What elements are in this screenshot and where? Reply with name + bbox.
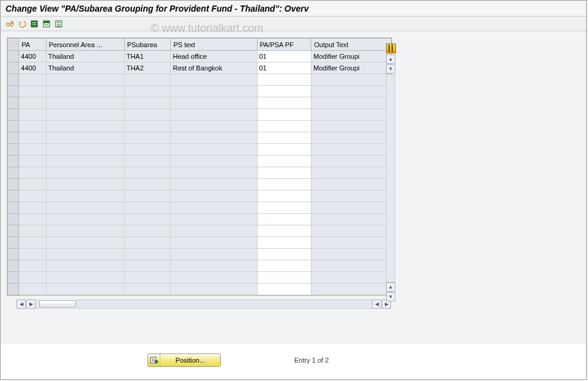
position-button[interactable]: Position... (147, 353, 221, 367)
cell-papsa[interactable] (257, 121, 311, 132)
cell-papsa[interactable] (257, 237, 311, 249)
row-selector-cell[interactable] (8, 86, 19, 97)
column-header-output-text[interactable]: Output Text (311, 39, 392, 51)
cell-papsa[interactable] (257, 86, 311, 97)
cell-pa (19, 214, 46, 225)
row-selector-cell[interactable] (8, 97, 19, 109)
column-header-psubarea[interactable]: PSubarea (124, 39, 171, 51)
row-selector-cell[interactable] (8, 237, 19, 249)
cell-papsa[interactable] (257, 74, 311, 86)
vscroll-first-button[interactable]: ▲ (386, 55, 395, 64)
cell-output (311, 74, 392, 86)
svg-point-0 (7, 23, 10, 26)
row-selector-cell[interactable] (8, 249, 19, 260)
cell-pstext (171, 121, 257, 132)
cell-patext (46, 74, 124, 86)
row-selector-cell[interactable] (8, 190, 19, 202)
table-settings-button[interactable] (386, 43, 396, 53)
svg-rect-13 (57, 26, 61, 26)
row-selector-cell[interactable] (8, 62, 19, 74)
cell-psubarea (124, 202, 171, 214)
position-button-label: Position... (160, 356, 220, 364)
row-selector-cell[interactable] (8, 156, 19, 167)
cell-pstext (171, 144, 257, 156)
select-all-button[interactable] (29, 18, 40, 29)
cell-patext (46, 225, 124, 237)
row-selector-cell[interactable] (8, 272, 19, 284)
cell-papsa[interactable] (257, 97, 311, 109)
hscroll-left-button[interactable]: ▶ (26, 300, 35, 309)
cell-papsa[interactable] (257, 284, 311, 295)
cell-papsa[interactable] (257, 179, 311, 190)
cell-papsa[interactable] (257, 202, 311, 214)
row-selector-cell[interactable] (8, 202, 19, 214)
entry-counter: Entry 1 of 2 (294, 356, 329, 364)
cell-patext (46, 156, 124, 167)
cell-pa (19, 144, 46, 156)
cell-papsa[interactable] (257, 109, 311, 121)
row-selector-cell[interactable] (8, 179, 19, 190)
cell-pstext (171, 132, 257, 144)
cell-pa (19, 109, 46, 121)
row-selector-cell[interactable] (8, 144, 19, 156)
column-header-pa[interactable]: PA (19, 39, 46, 51)
cell-papsa[interactable]: 01 (257, 51, 311, 62)
cell-papsa[interactable] (257, 214, 311, 225)
cell-output (311, 167, 392, 179)
cell-pstext (171, 109, 257, 121)
vscroll-last-button[interactable]: ▼ (386, 292, 395, 301)
cell-pstext (171, 249, 257, 260)
cell-pstext (171, 167, 257, 179)
column-header-personnel-area[interactable]: Personnel Area ... (46, 39, 124, 51)
cell-papsa[interactable] (257, 249, 311, 260)
cell-psubarea (124, 225, 171, 237)
cell-papsa[interactable] (257, 167, 311, 179)
row-selector-cell[interactable] (8, 167, 19, 179)
cell-papsa[interactable] (257, 260, 311, 272)
cell-psubarea: THA1 (124, 51, 171, 62)
cell-papsa[interactable] (257, 272, 311, 284)
cell-pa (19, 237, 46, 249)
row-selector-cell[interactable] (8, 121, 19, 132)
cell-pstext (171, 284, 257, 295)
row-selector-cell[interactable] (8, 214, 19, 225)
hscroll-track-right[interactable] (76, 300, 372, 309)
deselect-all-button[interactable] (53, 18, 64, 29)
cell-output (311, 121, 392, 132)
select-block-button[interactable] (41, 18, 52, 29)
toggle-display-change-button[interactable] (4, 18, 15, 29)
vscroll-track[interactable] (386, 74, 395, 282)
row-selector-cell[interactable] (8, 284, 19, 295)
cell-papsa[interactable] (257, 225, 311, 237)
cell-psubarea: THA2 (124, 62, 171, 74)
column-header-pstext[interactable]: PS text (171, 39, 257, 51)
row-selector-cell[interactable] (8, 74, 19, 86)
cell-output (311, 249, 392, 260)
vscroll-up-button[interactable]: ▼ (386, 64, 395, 74)
cell-pa (19, 249, 46, 260)
cell-pa (19, 202, 46, 214)
table-row (8, 109, 392, 121)
cell-patext: Thailand (46, 51, 124, 62)
cell-papsa[interactable] (257, 190, 311, 202)
row-selector-header[interactable] (8, 39, 19, 51)
cell-papsa[interactable] (257, 132, 311, 144)
hscroll-thumb[interactable] (39, 300, 76, 308)
cell-papsa[interactable] (257, 156, 311, 167)
cell-pstext: Head office (171, 51, 257, 62)
vscroll-down-button[interactable]: ▲ (386, 282, 395, 292)
undo-button[interactable] (17, 18, 28, 29)
cell-papsa[interactable] (257, 144, 311, 156)
hscroll-first-button[interactable]: ◀ (17, 300, 26, 309)
row-selector-cell[interactable] (8, 225, 19, 237)
row-selector-cell[interactable] (8, 51, 19, 62)
cell-patext (46, 132, 124, 144)
column-header-pa-psa-pf[interactable]: PA/PSA PF (257, 39, 311, 51)
row-selector-cell[interactable] (8, 109, 19, 121)
cell-psubarea (124, 249, 171, 260)
row-selector-cell[interactable] (8, 132, 19, 144)
cell-pstext (171, 272, 257, 284)
row-selector-cell[interactable] (8, 260, 19, 272)
cell-papsa[interactable]: 01 (257, 62, 311, 74)
select-all-icon (30, 20, 39, 28)
